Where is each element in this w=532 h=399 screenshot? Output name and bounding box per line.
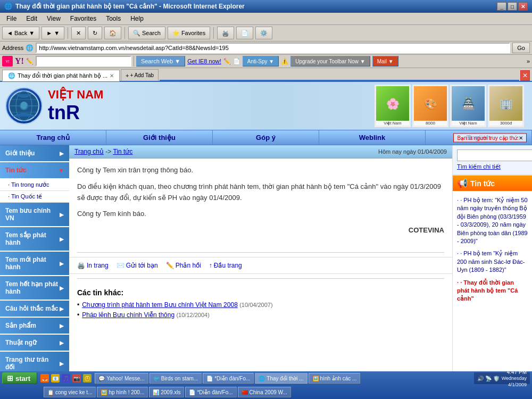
taskbar-btn-forum1-icon: 📄 (206, 376, 213, 381)
search-web-button[interactable]: Search Web ▼ (136, 56, 185, 66)
search-detail-link[interactable]: Tìm kiếm chi tiết (457, 163, 528, 170)
sidebar-item-tin-tuc[interactable]: Tin tức ▼ (0, 162, 69, 179)
nav-gop-y[interactable]: Góp ý (213, 130, 319, 145)
right-news-item-2[interactable]: · PH bộ tem "Kỷ niệm 200 năm sinh Sác-lơ… (457, 250, 528, 274)
breadcrumb-home-link[interactable]: Trang chủ (74, 148, 104, 155)
related-link-1[interactable]: Chương trình phát hành tem Bưu chính Việ… (82, 301, 238, 309)
nav-gioi-thieu[interactable]: Giới thiệu (106, 130, 213, 145)
refresh-button[interactable]: ↻ (88, 27, 102, 39)
browser-content: VIỆT NAM tnR 🌸 Việt Nam 🎨 8000 🏯 Việt Na… (0, 82, 532, 395)
sidebar-item-tem-het-han[interactable]: Tem hết hạn phát hành ▶ (0, 276, 69, 301)
add-tab-button[interactable]: + + Add Tab (121, 69, 159, 81)
taskbar-btn-hinh-anh[interactable]: 🖼️ hình ảnh các ... (309, 373, 361, 384)
search-input[interactable] (457, 149, 532, 161)
taskbar-btn-cong-viec[interactable]: 📋 cong viec ke t... (44, 387, 96, 397)
send-link[interactable]: ✉️ Gửi tới bạn (117, 262, 158, 269)
nav-weblink[interactable]: Weblink (319, 130, 426, 145)
taskbar-btn-hp[interactable]: 🖼️ hp hình ! 200... (97, 387, 148, 397)
print-link[interactable]: 🖨️ In trang (77, 262, 109, 269)
window-title-bar: 🌐 Thay đổi thời gian phát hành bộ tem "C… (0, 0, 532, 13)
taskbar-btn-forum2[interactable]: 📄 *Diễn đàn/Fo... (185, 387, 236, 397)
tab-bar: 🌐 Thay đổi thời gian phát hành bộ ... ✕ … (0, 68, 532, 82)
sidebar-sub-tin-quoc-te[interactable]: Tin Quốc tế (0, 191, 69, 203)
reply-link[interactable]: ✏️ Phản hồi (166, 262, 201, 269)
mail-button[interactable]: Mail ▼ (372, 56, 398, 66)
page-toolbar-button[interactable]: 📄 (236, 27, 253, 39)
taskbar-btn-yahoo[interactable]: 💬 Yahoo! Messe... (95, 373, 148, 384)
ql-camera-icon[interactable]: 📷 (72, 374, 81, 383)
print-toolbar-button[interactable]: 🖨️ (217, 27, 234, 39)
menu-edit[interactable]: Edit (22, 14, 41, 23)
sidebar-item-thuat-ngu[interactable]: Thuật ngữ ▶ (0, 335, 69, 352)
page-icon: 📄 (241, 30, 248, 37)
close-tabs-button[interactable]: ✕ (520, 70, 530, 81)
get-ie8-link[interactable]: Get IE8 now! (187, 58, 221, 64)
ie-logo-icon: 🌐 (4, 3, 12, 10)
close-button[interactable]: ✕ (518, 2, 528, 11)
breadcrumb: Trang chủ -> Tin tức (74, 148, 132, 155)
home-button[interactable]: 🏠 (104, 27, 121, 39)
favorites-button[interactable]: ⭐ Favorites (168, 27, 210, 39)
tab-close-button[interactable]: ✕ (110, 73, 114, 79)
sidebar-item-tem-sap[interactable]: Tem sắp phát hành ▶ (0, 227, 69, 252)
ql-emoji-icon[interactable]: 😊 (83, 374, 92, 383)
top-link[interactable]: ↑ Đầu trang (209, 262, 242, 269)
back-button[interactable]: ◄ Back ▼ (2, 27, 39, 39)
window-controls[interactable]: _ □ ✕ (497, 2, 528, 11)
menu-view[interactable]: View (43, 14, 65, 23)
anti-spy-button[interactable]: Anti-Spy ▼ (243, 56, 279, 66)
maximize-button[interactable]: □ (508, 2, 517, 11)
ql-music-icon[interactable]: 🎵 (62, 374, 70, 383)
header-logo-area: VIỆT NAM tnR (5, 87, 103, 124)
up-arrow-icon: ↑ (209, 262, 212, 269)
search-button[interactable]: 🔍 Search (128, 27, 165, 39)
stop-button[interactable]: ✕ (71, 27, 86, 39)
taskbar-btn-china[interactable]: 🇨🇳 China 2009 W... (238, 387, 291, 397)
windows-icon: ⊞ (7, 374, 13, 383)
taskbar-btn-thay-doi[interactable]: 🌐 Thay đổi thời ... (255, 373, 307, 384)
address-bar: Address 🌐 Go (0, 41, 532, 55)
tools-toolbar-button[interactable]: ⚙️ (255, 27, 272, 39)
start-button[interactable]: ⊞ start (2, 372, 37, 384)
sidebar-item-tem-moi[interactable]: Tem mới phát hành ▶ (0, 252, 69, 276)
menu-favorites[interactable]: Favorites (66, 14, 101, 23)
upgrade-toolbar-button[interactable]: Upgrade your Toolbar Now ▼ (290, 56, 370, 66)
right-news-item-1[interactable]: · PH bộ tem: "Kỷ niệm 50 năm ngày truyền… (457, 196, 528, 245)
menu-tools[interactable]: Tools (102, 14, 125, 23)
sidebar-sub-tin-trong-nuoc[interactable]: Tin trong nước (0, 179, 69, 191)
chevron-icon-1: ▼ (59, 168, 64, 173)
close-visitor-btn[interactable]: ✕ (519, 135, 523, 140)
article-body: Công ty Tem xin trân trọng thông báo. Do… (69, 159, 452, 248)
yahoo-search-input[interactable] (36, 56, 131, 66)
sidebar-item-san-pham[interactable]: Sản phẩm ▶ (0, 318, 69, 335)
sidebar-item-cau-hoi[interactable]: Câu hỏi thắc mắc ▶ (0, 301, 69, 318)
sidebar-item-tem-buu-chinh[interactable]: Tem bưu chính VN ▶ (0, 203, 69, 227)
toolbar-expand-icon[interactable]: » (527, 58, 530, 64)
chevron-icon-7: ▶ (60, 285, 64, 291)
related-news: Các tin khác: • Chương trình phát hành t… (69, 283, 452, 327)
sidebar-item-gioi-thieu[interactable]: Giới thiệu ▶ (0, 145, 69, 162)
taskbar-btn-forum1[interactable]: 📄 *Diễn đàn/Fo... (203, 373, 254, 384)
email-icon: ✉️ (117, 262, 124, 269)
ql-firefox-icon[interactable]: 🦊 (40, 374, 49, 383)
nav-trang-chu[interactable]: Trang chủ (0, 130, 106, 145)
taskbar-btn-birds[interactable]: 🐦 Birds on stam... (149, 373, 202, 384)
forward-button[interactable]: ► ▼ (41, 27, 64, 39)
ql-mail-icon[interactable]: 📧 (51, 374, 60, 383)
related-link-2[interactable]: Pháp lệnh Bưu chính Viễn thông (82, 311, 174, 319)
go-button[interactable]: Go (512, 43, 530, 53)
site-title-sub: tnR (48, 102, 103, 124)
address-input[interactable] (36, 43, 510, 53)
menu-help[interactable]: Help (126, 14, 148, 23)
nav-wrapper: Trang chủ Giới thiệu Góp ý Weblink Engli… (0, 130, 532, 145)
header-title-area: VIỆT NAM tnR (48, 88, 103, 124)
article-actions: 🖨️ In trang ✉️ Gửi tới bạn ✏️ Phản hồi ↑… (69, 257, 452, 274)
taskbar-btn-excel[interactable]: 📊 2009.xls (149, 387, 184, 397)
tab-active[interactable]: 🌐 Thay đổi thời gian phát hành bộ ... ✕ (2, 70, 120, 81)
taskbar-btn-thay-doi-icon: 🌐 (259, 376, 265, 381)
menu-file[interactable]: File (2, 14, 21, 23)
right-news-item-3[interactable]: · Thay đổi thời gian phát hành bộ tem "C… (457, 279, 528, 303)
minimize-button[interactable]: _ (497, 2, 506, 11)
breadcrumb-section-link[interactable]: Tin tức (113, 148, 132, 155)
header-stamps-area: 🌸 Việt Nam 🎨 8000 🏯 Việt Nam 🏢 3000đ (375, 85, 527, 127)
